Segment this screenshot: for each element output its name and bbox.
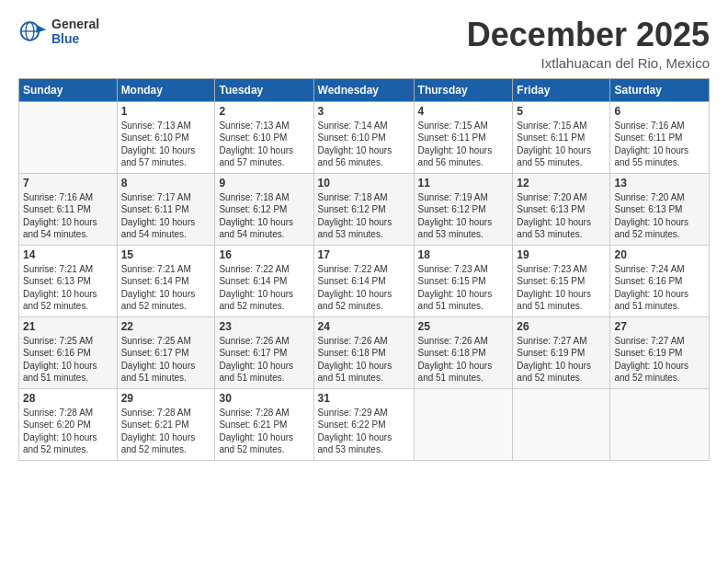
calendar-cell: 18Sunrise: 7:23 AM Sunset: 6:15 PM Dayli…	[414, 245, 513, 316]
day-number: 26	[517, 320, 606, 333]
day-info: Sunrise: 7:13 AM Sunset: 6:10 PM Dayligh…	[219, 120, 309, 169]
calendar-cell: 22Sunrise: 7:25 AM Sunset: 6:17 PM Dayli…	[117, 316, 215, 388]
calendar-table: Sunday Monday Tuesday Wednesday Thursday…	[18, 78, 710, 461]
calendar-cell: 17Sunrise: 7:22 AM Sunset: 6:14 PM Dayli…	[313, 245, 414, 316]
calendar-cell: 27Sunrise: 7:27 AM Sunset: 6:19 PM Dayli…	[610, 316, 710, 388]
calendar-cell	[414, 388, 513, 460]
day-number: 31	[318, 392, 410, 405]
day-info: Sunrise: 7:26 AM Sunset: 6:18 PM Dayligh…	[318, 335, 410, 385]
day-number: 19	[517, 248, 606, 261]
day-number: 30	[219, 392, 309, 405]
calendar-cell: 19Sunrise: 7:23 AM Sunset: 6:15 PM Dayli…	[513, 245, 610, 316]
title-block: December 2025 Ixtlahuacan del Rio, Mexic…	[467, 17, 710, 71]
calendar-cell: 29Sunrise: 7:28 AM Sunset: 6:21 PM Dayli…	[117, 388, 215, 460]
calendar-cell: 31Sunrise: 7:29 AM Sunset: 6:22 PM Dayli…	[313, 388, 414, 460]
day-number: 21	[23, 320, 113, 333]
calendar-cell: 2Sunrise: 7:13 AM Sunset: 6:10 PM Daylig…	[215, 101, 313, 173]
day-number: 23	[219, 320, 309, 333]
header-area: General Blue December 2025 Ixtlahuacan d…	[18, 17, 710, 71]
day-number: 13	[614, 177, 705, 190]
day-number: 1	[121, 105, 211, 118]
day-number: 17	[318, 248, 410, 261]
day-number: 10	[318, 177, 410, 190]
calendar-cell: 7Sunrise: 7:16 AM Sunset: 6:11 PM Daylig…	[19, 173, 118, 245]
day-info: Sunrise: 7:25 AM Sunset: 6:17 PM Dayligh…	[121, 335, 211, 385]
calendar-cell	[513, 388, 610, 460]
page: General Blue December 2025 Ixtlahuacan d…	[0, 0, 728, 563]
day-info: Sunrise: 7:23 AM Sunset: 6:15 PM Dayligh…	[418, 263, 509, 313]
day-info: Sunrise: 7:27 AM Sunset: 6:19 PM Dayligh…	[614, 335, 705, 385]
day-number: 12	[517, 177, 606, 190]
day-info: Sunrise: 7:26 AM Sunset: 6:17 PM Dayligh…	[219, 335, 309, 385]
calendar-week-2: 14Sunrise: 7:21 AM Sunset: 6:13 PM Dayli…	[19, 245, 710, 316]
day-info: Sunrise: 7:28 AM Sunset: 6:21 PM Dayligh…	[219, 407, 309, 456]
day-info: Sunrise: 7:20 AM Sunset: 6:13 PM Dayligh…	[517, 191, 606, 241]
day-info: Sunrise: 7:18 AM Sunset: 6:12 PM Dayligh…	[318, 191, 410, 241]
day-info: Sunrise: 7:16 AM Sunset: 6:11 PM Dayligh…	[614, 120, 705, 169]
day-number: 27	[614, 320, 705, 333]
header-saturday: Saturday	[610, 78, 710, 101]
day-info: Sunrise: 7:20 AM Sunset: 6:13 PM Dayligh…	[614, 191, 705, 241]
day-info: Sunrise: 7:25 AM Sunset: 6:16 PM Dayligh…	[23, 335, 113, 385]
day-info: Sunrise: 7:21 AM Sunset: 6:13 PM Dayligh…	[23, 263, 113, 313]
calendar-cell	[610, 388, 710, 460]
day-number: 2	[219, 105, 309, 118]
day-info: Sunrise: 7:21 AM Sunset: 6:14 PM Dayligh…	[121, 263, 211, 313]
day-info: Sunrise: 7:28 AM Sunset: 6:21 PM Dayligh…	[121, 407, 211, 456]
calendar-cell: 1Sunrise: 7:13 AM Sunset: 6:10 PM Daylig…	[117, 101, 215, 173]
day-number: 22	[121, 320, 211, 333]
header-sunday: Sunday	[19, 78, 118, 101]
day-info: Sunrise: 7:15 AM Sunset: 6:11 PM Dayligh…	[418, 120, 509, 169]
day-info: Sunrise: 7:22 AM Sunset: 6:14 PM Dayligh…	[219, 263, 309, 313]
logo-text: General Blue	[51, 17, 99, 46]
calendar-cell: 23Sunrise: 7:26 AM Sunset: 6:17 PM Dayli…	[215, 316, 313, 388]
day-info: Sunrise: 7:19 AM Sunset: 6:12 PM Dayligh…	[418, 191, 509, 241]
header-monday: Monday	[117, 78, 215, 101]
day-info: Sunrise: 7:17 AM Sunset: 6:11 PM Dayligh…	[121, 191, 211, 241]
calendar-cell: 25Sunrise: 7:26 AM Sunset: 6:18 PM Dayli…	[414, 316, 513, 388]
calendar-cell: 5Sunrise: 7:15 AM Sunset: 6:11 PM Daylig…	[513, 101, 610, 173]
calendar-cell: 8Sunrise: 7:17 AM Sunset: 6:11 PM Daylig…	[117, 173, 215, 245]
calendar-cell: 26Sunrise: 7:27 AM Sunset: 6:19 PM Dayli…	[513, 316, 610, 388]
subtitle: Ixtlahuacan del Rio, Mexico	[467, 55, 710, 71]
day-info: Sunrise: 7:13 AM Sunset: 6:10 PM Dayligh…	[121, 120, 211, 169]
day-info: Sunrise: 7:15 AM Sunset: 6:11 PM Dayligh…	[517, 120, 606, 169]
calendar-header-row: Sunday Monday Tuesday Wednesday Thursday…	[19, 78, 710, 101]
calendar-cell: 12Sunrise: 7:20 AM Sunset: 6:13 PM Dayli…	[513, 173, 610, 245]
day-number: 6	[614, 105, 705, 118]
day-info: Sunrise: 7:14 AM Sunset: 6:10 PM Dayligh…	[318, 120, 410, 169]
day-number: 25	[418, 320, 509, 333]
day-info: Sunrise: 7:24 AM Sunset: 6:16 PM Dayligh…	[614, 263, 705, 313]
day-info: Sunrise: 7:23 AM Sunset: 6:15 PM Dayligh…	[517, 263, 606, 313]
calendar-cell: 4Sunrise: 7:15 AM Sunset: 6:11 PM Daylig…	[414, 101, 513, 173]
header-wednesday: Wednesday	[313, 78, 414, 101]
day-number: 20	[614, 248, 705, 261]
calendar-cell: 3Sunrise: 7:14 AM Sunset: 6:10 PM Daylig…	[313, 101, 414, 173]
day-number: 15	[121, 248, 211, 261]
day-info: Sunrise: 7:29 AM Sunset: 6:22 PM Dayligh…	[318, 407, 410, 456]
calendar-cell: 28Sunrise: 7:28 AM Sunset: 6:20 PM Dayli…	[19, 388, 118, 460]
day-number: 11	[418, 177, 509, 190]
calendar-cell: 15Sunrise: 7:21 AM Sunset: 6:14 PM Dayli…	[117, 245, 215, 316]
calendar-cell: 14Sunrise: 7:21 AM Sunset: 6:13 PM Dayli…	[19, 245, 118, 316]
calendar-week-0: 1Sunrise: 7:13 AM Sunset: 6:10 PM Daylig…	[19, 101, 710, 173]
day-info: Sunrise: 7:22 AM Sunset: 6:14 PM Dayligh…	[318, 263, 410, 313]
day-number: 29	[121, 392, 211, 405]
calendar-cell: 6Sunrise: 7:16 AM Sunset: 6:11 PM Daylig…	[610, 101, 710, 173]
day-number: 3	[318, 105, 410, 118]
day-number: 14	[23, 248, 113, 261]
day-number: 8	[121, 177, 211, 190]
calendar-cell: 30Sunrise: 7:28 AM Sunset: 6:21 PM Dayli…	[215, 388, 313, 460]
day-info: Sunrise: 7:18 AM Sunset: 6:12 PM Dayligh…	[219, 191, 309, 241]
day-info: Sunrise: 7:26 AM Sunset: 6:18 PM Dayligh…	[418, 335, 509, 385]
calendar-cell: 10Sunrise: 7:18 AM Sunset: 6:12 PM Dayli…	[313, 173, 414, 245]
day-number: 16	[219, 248, 309, 261]
calendar-cell: 20Sunrise: 7:24 AM Sunset: 6:16 PM Dayli…	[610, 245, 710, 316]
header-thursday: Thursday	[414, 78, 513, 101]
day-number: 28	[23, 392, 113, 405]
day-number: 7	[23, 177, 113, 190]
calendar-cell: 21Sunrise: 7:25 AM Sunset: 6:16 PM Dayli…	[19, 316, 118, 388]
day-number: 9	[219, 177, 309, 190]
calendar-cell: 16Sunrise: 7:22 AM Sunset: 6:14 PM Dayli…	[215, 245, 313, 316]
day-number: 4	[418, 105, 509, 118]
